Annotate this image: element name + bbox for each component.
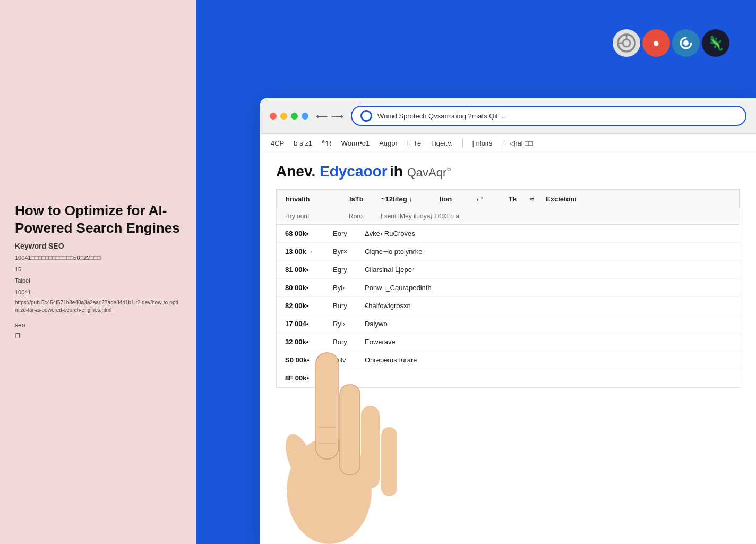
th-lion: lion	[440, 195, 477, 203]
article-url: https://pub-5c454f571b8e40a3a2aad27ade84…	[15, 299, 182, 314]
row6-volume: 17 004•	[285, 320, 333, 328]
close-button[interactable]	[270, 113, 277, 120]
page-heading-plain: Anev.	[276, 163, 320, 180]
toolbar-item-nloirs[interactable]: | nloirs	[472, 139, 493, 147]
left-sidebar: How to Optimize for AI-Powered Search En…	[0, 0, 196, 544]
url-text: Wnind Sprotech Qvsarroning ?rnats Qitl .…	[377, 112, 737, 120]
table-row: 8F 00k•	[277, 369, 740, 387]
th-icon1: ⌐¹	[477, 195, 498, 203]
row5-keyword: €halfowigrosxn	[365, 302, 731, 310]
svg-point-1	[623, 39, 630, 47]
brand-icon-1	[613, 29, 640, 57]
table-row: 17 004• Ryl› Dalywo	[277, 315, 740, 333]
row3-volume: 81 00k•	[285, 266, 333, 274]
row8-keyword: OhrepemsTurare	[365, 356, 731, 364]
th-hnvalih: hnvalih	[286, 195, 349, 203]
meta-code: 10041	[15, 288, 182, 298]
toolbar-item-2[interactable]: b s z1	[294, 139, 312, 147]
table-row: S0 00k• Nillv OhrepemsTurare	[277, 351, 740, 369]
brand-icons-row: ● 🦎	[613, 29, 729, 57]
meta-line2: 15	[15, 265, 182, 275]
forward-icon[interactable]: ⟶	[331, 111, 343, 121]
toolbar-item-worm[interactable]: Worm•d1	[341, 139, 370, 147]
svg-point-4	[683, 40, 689, 46]
toolbar-item-1[interactable]: 4CP	[271, 139, 284, 147]
maximize-button[interactable]	[291, 113, 298, 120]
row5-diff: Bury	[333, 302, 365, 310]
subh-text: I sem IMey iludya¡ T003 b a	[381, 212, 731, 220]
subh-roro: Roro	[349, 212, 381, 220]
brand-icon-3	[672, 29, 700, 57]
th-approx: ≈	[530, 195, 546, 203]
page-heading-area: Anev. Edycaoor ih QavAqr°	[276, 163, 740, 180]
table-row: 32 00k• Bory Eowerave	[277, 333, 740, 351]
row5-volume: 82 00k•	[285, 302, 333, 310]
meta-line1: 10041□□□□□□□□□□□□50□22□□□	[15, 253, 182, 263]
browser-nav: ⟵ ⟶	[316, 111, 343, 121]
keyword-label: Keyword SEO	[15, 242, 182, 250]
minimize-button[interactable]	[280, 113, 287, 120]
article-title: How to Optimize for AI-Powered Search En…	[15, 202, 182, 236]
table-row: 82 00k• Bury €halfowigrosxn	[277, 297, 740, 315]
browser-content: Anev. Edycaoor ih QavAqr° hnvalih lsTb ~…	[260, 152, 756, 544]
subh-hryoun: Hry ounI	[285, 212, 349, 220]
row7-diff: Bory	[333, 338, 365, 346]
table-subheader: Hry ounI Roro I sem IMey iludya¡ T003 b …	[277, 208, 740, 225]
extra-button[interactable]	[302, 113, 308, 120]
tag-icon: ⊓	[15, 331, 182, 339]
url-bar[interactable]: Wnind Sprotech Qvsarroning ?rnats Qitl .…	[351, 106, 746, 126]
page-heading-right: QavAqr°	[407, 166, 451, 179]
row2-diff: Byr×	[333, 248, 365, 256]
th-tk: Tk	[509, 195, 530, 203]
th-12lifeg: ~12lifeg ↓	[381, 195, 440, 203]
traffic-lights	[270, 113, 308, 120]
seo-tag: seo	[15, 321, 182, 329]
table-row: 68 00k• Eory Δvke› RuCroves	[277, 225, 740, 243]
row7-volume: 32 00k•	[285, 338, 333, 346]
th-lstb: lsTb	[349, 195, 381, 203]
meta-city: Taipei	[15, 276, 182, 286]
browser-toolbar: 4CP b s z1 ⁶²R Worm•d1 Augpr F Tē Tiger.…	[260, 134, 756, 152]
table-header: hnvalih lsTb ~12lifeg ↓ lion ⌐¹ Tk ≈ Exc…	[277, 189, 740, 208]
brand-icon-4: 🦎	[702, 29, 729, 57]
browser-chrome: ⟵ ⟶ Wnind Sprotech Qvsarroning ?rnats Qi…	[260, 98, 756, 134]
row1-diff: Eory	[333, 230, 365, 237]
table-row: 13 00k→ Byr× Clqne⊣o ptolynrke	[277, 243, 740, 261]
table-row: 80 00k• Byl› Ponw□_Caurapedinth	[277, 279, 740, 297]
toolbar-item-augpr[interactable]: Augpr	[379, 139, 398, 147]
toolbar-item-3[interactable]: ⁶²R	[322, 139, 332, 147]
row2-keyword: Clqne⊣o ptolynrke	[365, 248, 731, 256]
row4-diff: Byl›	[333, 284, 365, 292]
row8-volume: S0 00k•	[285, 356, 333, 364]
browser-window: ⟵ ⟶ Wnind Sprotech Qvsarroning ?rnats Qi…	[260, 98, 756, 544]
data-table: hnvalih lsTb ~12lifeg ↓ lion ⌐¹ Tk ≈ Exc…	[276, 189, 740, 388]
row1-volume: 68 00k•	[285, 230, 333, 237]
row4-keyword: Ponw□_Caurapedinth	[365, 284, 731, 292]
table-row: 81 00k• Egry Cllarsinal Ljeper	[277, 261, 740, 279]
page-heading-ih: ih	[390, 163, 407, 180]
row9-volume: 8F 00k•	[285, 374, 333, 382]
main-area: ● 🦎 ⟵ ⟶ Wni	[196, 0, 756, 544]
toolbar-item-te[interactable]: F Tē	[407, 139, 422, 147]
page-heading-blue: Edycaoor	[320, 163, 388, 180]
row2-volume: 13 00k→	[285, 248, 333, 256]
loading-indicator	[360, 110, 372, 122]
row4-volume: 80 00k•	[285, 284, 333, 292]
row6-keyword: Dalywo	[365, 320, 731, 328]
brand-icon-2: ●	[642, 29, 670, 57]
row1-keyword: Δvke› RuCroves	[365, 230, 731, 237]
row7-keyword: Eowerave	[365, 338, 731, 346]
row8-diff: Nillv	[333, 356, 365, 364]
toolbar-item-ural[interactable]: ⊢ ◁ral □□	[502, 139, 533, 147]
row6-diff: Ryl›	[333, 320, 365, 328]
row3-diff: Egry	[333, 266, 365, 274]
row3-keyword: Cllarsinal Ljeper	[365, 266, 731, 274]
back-icon[interactable]: ⟵	[316, 111, 328, 121]
toolbar-item-tiger[interactable]: Tiger.v.	[431, 139, 452, 147]
toolbar-divider	[462, 138, 463, 148]
th-excietoni: Excietoni	[546, 195, 731, 203]
